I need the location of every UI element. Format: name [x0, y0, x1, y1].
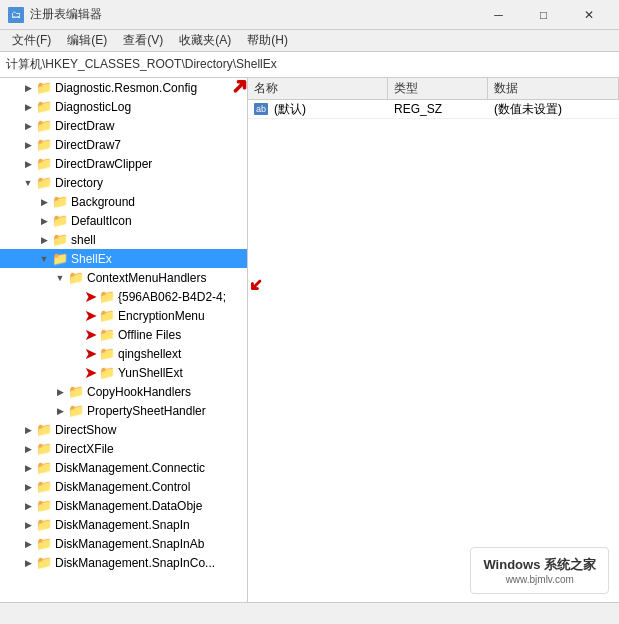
tree-expander[interactable]: ▶	[20, 118, 36, 134]
tree-item-label: DirectDraw7	[55, 138, 121, 152]
tree-expander[interactable]: ▶	[20, 536, 36, 552]
folder-icon: 📁	[36, 119, 52, 133]
tree-expander[interactable]: ▶	[20, 498, 36, 514]
tree-item-directdraw[interactable]: ▶📁DirectDraw	[0, 116, 247, 135]
folder-icon: 📁	[36, 537, 52, 551]
tree-expander[interactable]: ▶	[20, 479, 36, 495]
maximize-button[interactable]: □	[521, 0, 566, 30]
tree-expander[interactable]: ▶	[20, 460, 36, 476]
tree-item-directory[interactable]: ▼📁Directory	[0, 173, 247, 192]
tree-expander[interactable]: ▶	[52, 403, 68, 419]
tree-item-label: DirectDrawClipper	[55, 157, 152, 171]
tree-expander[interactable]: ▶	[52, 384, 68, 400]
menu-file[interactable]: 文件(F)	[4, 30, 59, 51]
window-title: 注册表编辑器	[30, 6, 102, 23]
tree-item-label: DirectXFile	[55, 442, 114, 456]
tree-item-directdrawclipper[interactable]: ▶📁DirectDrawClipper	[0, 154, 247, 173]
folder-icon: 📁	[36, 100, 52, 114]
reg-row[interactable]: ab(默认) REG_SZ (数值未设置)	[248, 100, 619, 119]
tree-expander[interactable]: ▶	[20, 441, 36, 457]
tree-item-label: {596AB062-B4D2-4;	[118, 290, 226, 304]
tree-expander[interactable]: ▶	[20, 99, 36, 115]
tree-item-label: ContextMenuHandlers	[87, 271, 206, 285]
registry-values: ab(默认) REG_SZ (数值未设置)	[248, 100, 619, 602]
menu-bar: 文件(F) 编辑(E) 查看(V) 收藏夹(A) 帮助(H)	[0, 30, 619, 52]
tree-item-shell[interactable]: ▶📁shell	[0, 230, 247, 249]
registry-tree[interactable]: ▶📁Diagnostic.Resmon.Config▶📁DiagnosticLo…	[0, 78, 248, 602]
tree-item-label: DiskManagement.Control	[55, 480, 190, 494]
tree-item-directdraw7[interactable]: ▶📁DirectDraw7	[0, 135, 247, 154]
tree-item-label: Offline Files	[118, 328, 181, 342]
address-bar: 计算机\HKEY_CLASSES_ROOT\Directory\ShellEx …	[0, 52, 619, 78]
tree-item-label: EncryptionMenu	[118, 309, 205, 323]
tree-item-yunshellext[interactable]: ▶➤📁YunShellExt	[0, 363, 247, 382]
tree-expander[interactable]: ▶	[20, 555, 36, 571]
tree-item-directshow[interactable]: ▶📁DirectShow	[0, 420, 247, 439]
tree-item-defaulticon[interactable]: ▶📁DefaultIcon	[0, 211, 247, 230]
tree-item-label: DiskManagement.DataObje	[55, 499, 202, 513]
folder-icon: 📁	[36, 518, 52, 532]
reg-data: (数值未设置)	[488, 101, 619, 118]
tree-item-label: PropertySheetHandler	[87, 404, 206, 418]
tree-item-background[interactable]: ▶📁Background	[0, 192, 247, 211]
menu-edit[interactable]: 编辑(E)	[59, 30, 115, 51]
tree-item-directxfile[interactable]: ▶📁DirectXFile	[0, 439, 247, 458]
tree-item-propertysheethandler[interactable]: ▶📁PropertySheetHandler	[0, 401, 247, 420]
red-arrow-icon: ➤	[84, 363, 97, 382]
tree-expander[interactable]: ▼	[36, 251, 52, 267]
tree-item-diskmanagement-dataobj[interactable]: ▶📁DiskManagement.DataObje	[0, 496, 247, 515]
tree-item-label: DiskManagement.SnapIn	[55, 518, 190, 532]
folder-icon: 📁	[99, 328, 115, 342]
watermark-win: Windows 系统之家	[483, 556, 596, 574]
tree-item-diagnostic-resmon[interactable]: ▶📁Diagnostic.Resmon.Config	[0, 78, 247, 97]
menu-view[interactable]: 查看(V)	[115, 30, 171, 51]
tree-item-label: DefaultIcon	[71, 214, 132, 228]
close-button[interactable]: ✕	[566, 0, 611, 30]
tree-expander[interactable]: ▶	[20, 137, 36, 153]
col-header-type: 类型	[388, 78, 488, 99]
tree-item-encryptionmenu[interactable]: ▶➤📁EncryptionMenu	[0, 306, 247, 325]
tree-expander[interactable]: ▶	[20, 80, 36, 96]
status-bar	[0, 602, 619, 624]
tree-expander[interactable]: ▶	[36, 213, 52, 229]
folder-icon: 📁	[36, 556, 52, 570]
tree-expander[interactable]: ▶	[20, 156, 36, 172]
tree-item-offlinefiles[interactable]: ▶➤📁Offline Files	[0, 325, 247, 344]
reg-type: REG_SZ	[388, 102, 488, 116]
tree-item-diskmanagement-control[interactable]: ▶📁DiskManagement.Control	[0, 477, 247, 496]
tree-item-qingshellext[interactable]: ▶➤📁qingshellext	[0, 344, 247, 363]
folder-icon: 📁	[36, 157, 52, 171]
tree-item-label: DiskManagement.Connectic	[55, 461, 205, 475]
tree-item-diskmanagement-snapinab[interactable]: ▶📁DiskManagement.SnapInAb	[0, 534, 247, 553]
tree-expander[interactable]: ▼	[52, 270, 68, 286]
tree-item-copyhookhandlers[interactable]: ▶📁CopyHookHandlers	[0, 382, 247, 401]
tree-expander[interactable]: ▶	[36, 232, 52, 248]
menu-favorites[interactable]: 收藏夹(A)	[171, 30, 239, 51]
address-path[interactable]: 计算机\HKEY_CLASSES_ROOT\Directory\ShellEx	[6, 56, 613, 73]
tree-item-label: DiskManagement.SnapInCo...	[55, 556, 215, 570]
watermark: Windows 系统之家 www.bjmlv.com	[470, 547, 609, 594]
tree-expander[interactable]: ▶	[20, 422, 36, 438]
tree-item-contextmenuhandlers[interactable]: ▼📁ContextMenuHandlers	[0, 268, 247, 287]
tree-item-label: qingshellext	[118, 347, 181, 361]
minimize-button[interactable]: ─	[476, 0, 521, 30]
col-header-name: 名称	[248, 78, 388, 99]
tree-item-label: ShellEx	[71, 252, 112, 266]
tree-item-diskmanagement-snapinco[interactable]: ▶📁DiskManagement.SnapInCo...	[0, 553, 247, 572]
folder-icon: 📁	[52, 252, 68, 266]
tree-expander[interactable]: ▶	[20, 517, 36, 533]
tree-item-label: DiagnosticLog	[55, 100, 131, 114]
menu-help[interactable]: 帮助(H)	[239, 30, 296, 51]
tree-item-diskmanagement-connect[interactable]: ▶📁DiskManagement.Connectic	[0, 458, 247, 477]
red-arrow-icon: ➤	[84, 287, 97, 306]
tree-expander[interactable]: ▼	[20, 175, 36, 191]
tree-item-guid596[interactable]: ▶➤📁{596AB062-B4D2-4;	[0, 287, 247, 306]
folder-icon: 📁	[99, 309, 115, 323]
tree-item-diskmanagement-snapin[interactable]: ▶📁DiskManagement.SnapIn	[0, 515, 247, 534]
tree-item-shellex[interactable]: ▼📁ShellEx	[0, 249, 247, 268]
tree-expander[interactable]: ▶	[36, 194, 52, 210]
watermark-url: www.bjmlv.com	[483, 574, 596, 585]
folder-icon: 📁	[99, 347, 115, 361]
tree-item-diagnosticlog[interactable]: ▶📁DiagnosticLog	[0, 97, 247, 116]
tree-item-label: CopyHookHandlers	[87, 385, 191, 399]
